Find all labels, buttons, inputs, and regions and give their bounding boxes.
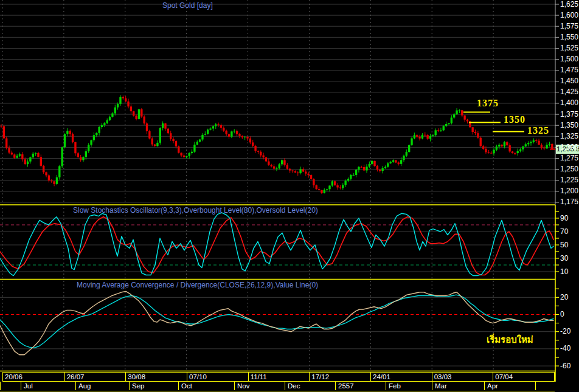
candle (236, 131, 238, 134)
candle (289, 169, 291, 171)
candle (119, 97, 121, 104)
date-cell: 20/06 (3, 373, 64, 381)
candle (146, 123, 148, 131)
candle (541, 145, 543, 148)
candle (328, 185, 330, 189)
candle (533, 140, 535, 142)
candle (249, 139, 251, 143)
series-line (0, 217, 553, 275)
candle (5, 139, 7, 148)
candle (463, 115, 465, 120)
candle (429, 136, 431, 139)
macd-axis-label: 20 (560, 294, 578, 301)
candle (448, 123, 449, 124)
candle (133, 111, 134, 115)
candle (501, 145, 502, 146)
month-cell: Nov (234, 382, 285, 390)
candle (260, 152, 262, 156)
candle (140, 109, 142, 117)
candle (19, 154, 21, 156)
stoch-axis-label: 10 (560, 268, 578, 276)
candle (538, 141, 539, 145)
candle (27, 162, 29, 164)
candle (392, 160, 394, 162)
candle (514, 153, 516, 154)
price-axis-label: 1,550 (560, 33, 578, 41)
month-cell: 2557 (335, 382, 386, 390)
candle (387, 163, 389, 167)
candle (376, 166, 378, 170)
candle (231, 131, 232, 137)
month-cell: Apr (484, 382, 535, 390)
chart-title: Spot Gold [day] (162, 1, 213, 10)
candle (189, 153, 190, 156)
price-axis-label: 1,500 (560, 55, 578, 63)
candle (77, 153, 79, 157)
macd-axis-label: 0 (560, 311, 578, 318)
candle (305, 171, 307, 173)
candle (519, 150, 521, 151)
price-axis-label: 1,450 (560, 77, 578, 85)
candle (223, 128, 224, 130)
candle (80, 157, 81, 160)
candle (496, 146, 498, 150)
trading-chart-window: Spot Gold [day] Slow Stochastics Oscilla… (0, 0, 579, 392)
candle (310, 175, 312, 179)
candle (156, 143, 158, 146)
candle (148, 131, 150, 139)
candle (283, 160, 285, 165)
stoch-axis-label: 90 (560, 215, 578, 222)
candle (257, 151, 259, 151)
candle (193, 145, 195, 152)
price-axis-label: 1,250 (560, 165, 578, 173)
candle (143, 117, 145, 123)
candle (95, 133, 97, 136)
price-axis-label: 1,575 (560, 22, 578, 30)
candle (543, 148, 545, 148)
candle (21, 154, 23, 159)
candle (122, 97, 124, 98)
candle (50, 181, 52, 181)
month-cell: Jul (21, 382, 75, 390)
candle (371, 161, 373, 164)
month-cell: Feb (386, 382, 432, 390)
candle (185, 156, 187, 157)
candle (164, 123, 166, 129)
candle (88, 145, 89, 151)
candle (416, 135, 418, 137)
candle (432, 135, 434, 136)
candle (403, 156, 404, 160)
candle (456, 111, 457, 115)
candle (238, 134, 240, 136)
candle (11, 153, 13, 154)
candle (379, 170, 381, 171)
candle (16, 156, 18, 157)
candle (103, 123, 105, 125)
candle (506, 142, 508, 145)
price-axis-label: 1,350 (560, 122, 578, 129)
macd-panel-title: Moving Average Convergence / Divergence(… (77, 281, 318, 289)
candle (254, 146, 256, 151)
candle (0, 126, 2, 126)
candle (508, 145, 510, 151)
candle (127, 101, 129, 106)
candle (180, 153, 182, 155)
candle (395, 160, 397, 163)
candle (268, 162, 269, 165)
date-cell: 07/04 (493, 373, 554, 381)
candle (474, 132, 476, 133)
candle (43, 166, 44, 173)
candle (331, 181, 333, 185)
candle (35, 153, 36, 154)
candle (209, 129, 211, 130)
candle (241, 136, 243, 137)
candle (191, 152, 193, 153)
month-cell: Aug (75, 382, 129, 390)
candle (350, 175, 352, 179)
candle (342, 185, 344, 188)
candle (225, 131, 227, 134)
price-axis-label: 1,300 (560, 143, 578, 151)
candle (451, 117, 452, 123)
date-cell: 26/07 (64, 373, 126, 381)
candle (167, 129, 169, 133)
